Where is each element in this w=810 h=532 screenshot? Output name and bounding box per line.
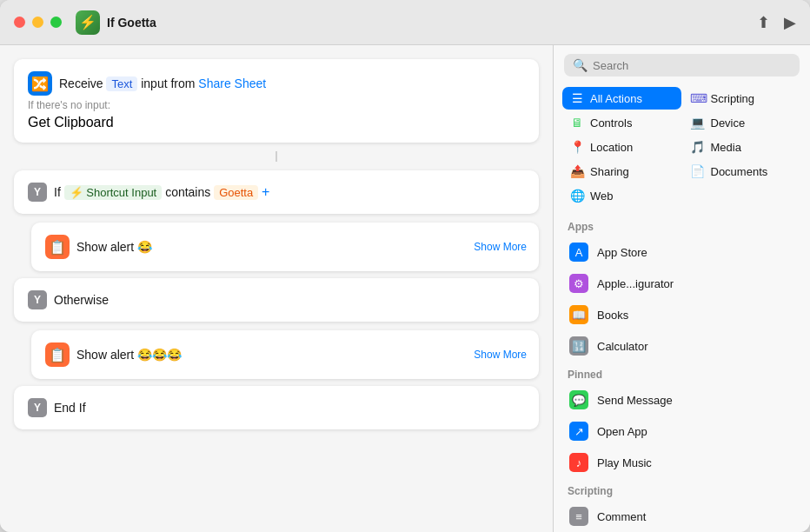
all-actions-label: All Actions: [590, 92, 642, 105]
web-icon: 🌐: [569, 189, 585, 203]
category-device[interactable]: 💻 Device: [683, 111, 802, 134]
media-label: Media: [711, 141, 741, 154]
alert-2-text: Show alert 😂😂😂: [76, 348, 182, 362]
maximize-button[interactable]: [50, 17, 62, 28]
media-icon: 🎵: [690, 140, 706, 154]
pinned-section-label: Pinned: [561, 362, 803, 384]
main-content: 🔀 Receive Text input from Share Sheet If…: [0, 45, 810, 532]
app-icon: ⚡: [76, 10, 100, 35]
if-card: Y If ⚡ Shortcut Input contains Goetta +: [14, 170, 539, 214]
alert-1-text: Show alert 😂: [76, 240, 152, 254]
documents-icon: 📄: [690, 164, 706, 178]
no-input-label: If there's no input:: [28, 99, 525, 111]
otherwise-text: Otherwise: [54, 293, 109, 307]
category-grid: ☰ All Actions ⌨ Scripting 🖥 Controls 💻 D…: [554, 83, 810, 214]
receive-card: 🔀 Receive Text input from Share Sheet If…: [14, 59, 539, 143]
sidebar-item-app-store[interactable]: A App Store: [561, 236, 803, 268]
goetta-badge[interactable]: Goetta: [214, 185, 258, 200]
comment-label: Comment: [597, 510, 646, 523]
close-button[interactable]: [14, 17, 25, 28]
sidebar: 🔍 ☰ All Actions ⌨ Scripting 🖥 Controls: [554, 45, 810, 532]
get-clipboard-link[interactable]: Get Clipboard: [28, 115, 114, 130]
controls-icon: 🖥: [569, 116, 585, 130]
sidebar-item-play-music[interactable]: ♪ Play Music: [561, 447, 803, 478]
open-app-label: Open App: [597, 425, 647, 438]
play-music-icon: ♪: [569, 453, 588, 472]
send-message-label: Send Message: [597, 394, 673, 407]
category-all-actions[interactable]: ☰ All Actions: [562, 87, 681, 110]
sidebar-item-calculator[interactable]: 🔢 Calculator: [561, 330, 803, 362]
app-store-icon: A: [569, 243, 588, 262]
otherwise-icon: Y: [28, 290, 47, 309]
books-icon: 📖: [569, 305, 588, 324]
show-alert-2-row: 📋 Show alert 😂😂😂 Show More: [45, 342, 525, 367]
show-alert-1-card: 📋 Show alert 😂 Show More: [31, 223, 539, 271]
receive-text: Receive Text input from Share Sheet: [59, 76, 266, 90]
add-condition-button[interactable]: +: [262, 184, 269, 199]
show-alert-2-card: 📋 Show alert 😂😂😂 Show More: [31, 330, 539, 379]
type-badge[interactable]: Text: [106, 76, 137, 91]
end-if-card: Y End If: [14, 386, 539, 429]
category-sharing[interactable]: 📤 Sharing: [562, 160, 681, 183]
sidebar-item-comment[interactable]: ≡ Comment: [561, 501, 803, 532]
category-scripting[interactable]: ⌨ Scripting: [683, 87, 802, 110]
alert-1-icon: 📋: [45, 235, 70, 259]
otherwise-row: Y Otherwise: [28, 290, 525, 309]
search-bar: 🔍: [554, 45, 810, 83]
app-window: ⚡ If Goetta ⬆ ▶ 🔀 Receive Text input fro…: [0, 0, 810, 532]
location-icon: 📍: [569, 140, 585, 154]
share-sheet-link[interactable]: Share Sheet: [198, 76, 266, 90]
sidebar-item-open-app[interactable]: ↗ Open App: [561, 416, 803, 447]
if-keyword: If: [54, 185, 64, 199]
apps-section-label: Apps: [561, 214, 803, 236]
documents-label: Documents: [711, 165, 768, 178]
show-more-2-button[interactable]: Show More: [474, 349, 527, 361]
controls-label: Controls: [590, 116, 632, 130]
books-label: Books: [597, 309, 628, 322]
show-alert-1-row: 📋 Show alert 😂 Show More: [45, 235, 525, 259]
end-if-icon: Y: [28, 398, 47, 417]
minimize-button[interactable]: [32, 17, 43, 28]
alert-2-icon: 📋: [45, 342, 70, 367]
category-location[interactable]: 📍 Location: [562, 136, 681, 158]
search-input[interactable]: [593, 59, 791, 72]
end-if-text: End If: [54, 401, 86, 415]
show-more-1-button[interactable]: Show More: [474, 241, 527, 253]
send-message-icon: 💬: [569, 390, 588, 409]
app-store-label: App Store: [597, 246, 647, 259]
otherwise-card: Y Otherwise: [14, 278, 539, 322]
sidebar-item-send-message[interactable]: 💬 Send Message: [561, 384, 803, 416]
scripting-label: Scripting: [711, 92, 755, 105]
device-label: Device: [711, 116, 746, 130]
sharing-icon: 📤: [569, 164, 585, 178]
category-media[interactable]: 🎵 Media: [683, 136, 802, 158]
divider-1: [276, 151, 277, 162]
play-music-label: Play Music: [597, 456, 652, 469]
shortcut-input-badge[interactable]: ⚡ Shortcut Input: [64, 185, 163, 200]
if-icon: Y: [28, 183, 47, 202]
calculator-label: Calculator: [597, 340, 648, 353]
receive-from: input from: [141, 76, 198, 90]
category-controls[interactable]: 🖥 Controls: [562, 111, 681, 134]
category-web[interactable]: 🌐 Web: [562, 184, 681, 207]
search-icon: 🔍: [573, 58, 588, 72]
sidebar-item-apple-igurator[interactable]: ⚙ Apple...igurator: [561, 268, 803, 299]
run-button[interactable]: ▶: [784, 13, 796, 32]
contains-label: contains: [165, 185, 214, 199]
traffic-lights: [14, 17, 62, 28]
receive-row: 🔀 Receive Text input from Share Sheet: [28, 71, 525, 96]
workflow-panel: 🔀 Receive Text input from Share Sheet If…: [0, 45, 554, 532]
device-icon: 💻: [690, 116, 706, 130]
sidebar-item-books[interactable]: 📖 Books: [561, 299, 803, 330]
search-input-wrap[interactable]: 🔍: [564, 54, 800, 76]
category-documents[interactable]: 📄 Documents: [683, 160, 802, 183]
scripting-icon: ⌨: [690, 91, 706, 105]
share-button[interactable]: ⬆: [757, 13, 770, 32]
comment-icon: ≡: [569, 507, 588, 526]
sidebar-list: Apps A App Store ⚙ Apple...igurator 📖 Bo…: [554, 214, 810, 532]
all-actions-icon: ☰: [569, 91, 585, 105]
scripting-section-label: Scripting: [561, 478, 803, 501]
receive-label: Receive: [59, 76, 106, 90]
clipboard-row: Get Clipboard: [28, 115, 525, 130]
if-row: Y If ⚡ Shortcut Input contains Goetta +: [28, 183, 525, 202]
